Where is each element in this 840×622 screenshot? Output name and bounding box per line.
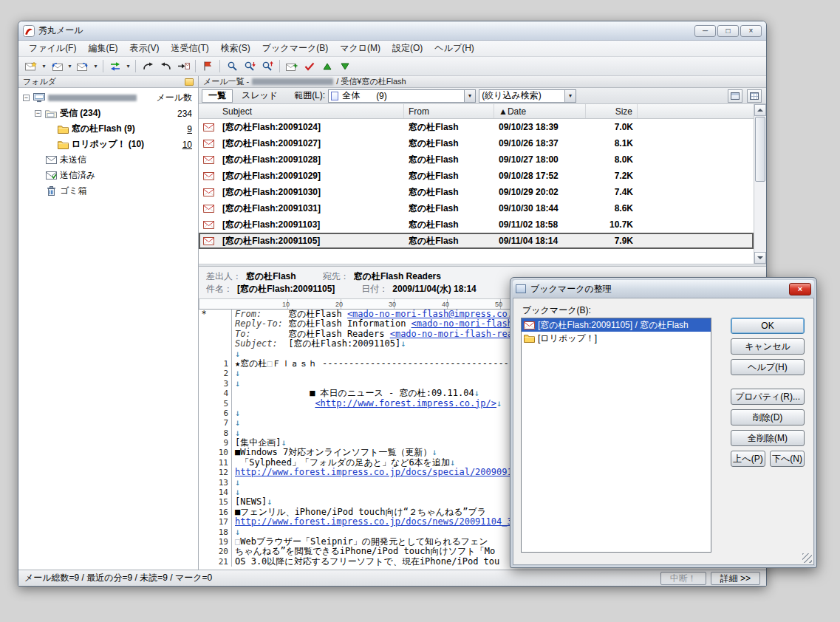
scrollbar-track[interactable] (754, 182, 766, 252)
find-prev-button[interactable] (259, 58, 276, 75)
menu-send-receive[interactable]: 送受信(T) (165, 40, 214, 57)
mail-row[interactable]: [窓の杜Flash:20091029]窓の杜Flash09/10/28 17:5… (199, 168, 754, 184)
next-unread-button[interactable] (336, 58, 354, 75)
help-button[interactable]: ヘルプ(H) (731, 359, 805, 375)
folder-mado-flash[interactable]: 窓の杜Flash (9)9 (18, 121, 198, 137)
cancel-button[interactable]: キャンセル (731, 338, 805, 355)
delete-all-button[interactable]: 全削除(M) (731, 430, 805, 446)
abort-button[interactable]: 中断！ (660, 572, 706, 585)
gutter-separator (228, 319, 232, 329)
folder-unsent[interactable]: 未送信 (18, 152, 198, 168)
range-value: 全体 (342, 89, 360, 102)
mail-size: 8.6K (586, 200, 638, 216)
maximize-button[interactable]: □ (717, 25, 739, 37)
dialog-titlebar[interactable]: ブックマークの整理 × (513, 280, 814, 298)
menu-edit[interactable]: 編集(E) (82, 40, 123, 57)
move-mail-button[interactable] (174, 58, 192, 75)
mail-list-scrollbar[interactable] (754, 104, 766, 264)
mail-icon (199, 233, 218, 249)
bookmark-button[interactable] (199, 58, 216, 75)
column-subject[interactable]: Subject (218, 104, 404, 118)
reply-button[interactable] (48, 58, 66, 75)
previous-jump-button[interactable] (157, 58, 174, 75)
find-next-button[interactable] (241, 58, 259, 75)
body-link[interactable]: <mado-no-mori-flash-i (412, 319, 524, 329)
folder-account[interactable]: −メール数 (18, 90, 198, 106)
forward-button-dropdown[interactable]: ▾ (92, 58, 100, 75)
menu-settings[interactable]: 設定(O) (386, 40, 428, 57)
bookmark-item[interactable]: [ロリポップ！] (522, 332, 711, 345)
new-mail-button[interactable] (22, 58, 40, 75)
chevron-down-icon[interactable]: ▾ (564, 90, 576, 102)
column-settings-button[interactable] (747, 89, 762, 103)
body-link[interactable]: http://www.forest.impress.co.jp/docs/new… (235, 517, 528, 527)
new-from-template-button[interactable] (283, 58, 301, 75)
dialog-close-button[interactable]: × (789, 283, 811, 295)
send-receive-button[interactable] (106, 58, 124, 75)
gutter-separator (228, 547, 232, 556)
down-button[interactable]: 下へ(N) (770, 451, 805, 467)
dialog-icon (516, 284, 526, 293)
search-button[interactable] (223, 58, 241, 75)
new-mail-button-dropdown[interactable]: ▾ (40, 58, 48, 75)
mail-row[interactable]: [窓の杜Flash:20091105]窓の杜Flash09/11/04 18:1… (199, 233, 754, 249)
column-from[interactable]: From (404, 104, 494, 118)
bookmark-item[interactable]: [窓の杜Flash:20091105] / 窓の杜Flash (522, 318, 711, 332)
chevron-down-icon[interactable]: ▾ (464, 90, 475, 102)
folder-pane-home-icon[interactable] (185, 78, 194, 86)
body-link[interactable]: http://www.forest.impress.co.jp/docs/spe… (235, 468, 528, 477)
bookmark-listbox[interactable]: [窓の杜Flash:20091105] / 窓の杜Flash[ロリポップ！] (521, 318, 711, 553)
tree-expander[interactable]: − (35, 110, 41, 117)
folder-sent[interactable]: 送信済み (18, 168, 198, 183)
reply-button-dropdown[interactable]: ▾ (66, 58, 74, 75)
delete-button[interactable]: 削除(D) (731, 409, 805, 426)
minimize-button[interactable]: ─ (694, 25, 716, 37)
body-link[interactable]: <mado-no-mori-flash@impress.co.jp (347, 310, 523, 319)
menu-file[interactable]: ファイル(F) (23, 40, 82, 57)
mail-row[interactable]: [窓の杜Flash:20091024]窓の杜Flash09/10/23 18:3… (199, 119, 754, 135)
scrollbar-thumb[interactable] (755, 117, 765, 182)
mail-row[interactable]: [窓の杜Flash:20091028]窓の杜Flash09/10/27 18:0… (199, 151, 754, 168)
body-link[interactable]: <http://www.forest.impress.co.jp/> (315, 399, 496, 409)
range-select[interactable]: 全体 (9) ▾ (328, 89, 476, 103)
tab-list-view[interactable]: 一覧 (202, 89, 233, 103)
filter-search-select[interactable]: (絞り込み検索) ▾ (479, 89, 576, 103)
resize-grip[interactable] (802, 553, 812, 563)
mail-subject: [窓の杜Flash:20091030] (218, 184, 404, 200)
scroll-up-button[interactable] (754, 104, 766, 116)
menu-search[interactable]: 検索(S) (215, 40, 256, 57)
tree-expander[interactable]: − (23, 95, 30, 101)
detail-button[interactable]: 詳細 >> (711, 572, 760, 585)
mail-row[interactable]: [窓の杜Flash:20091027]窓の杜Flash09/10/26 18:3… (199, 135, 754, 151)
body-text: ↓ (450, 458, 455, 468)
body-text: ↓ (400, 339, 406, 349)
layout-toggle-button[interactable] (728, 89, 742, 103)
send-receive-button-dropdown[interactable]: ▾ (124, 58, 132, 75)
folder-trash[interactable]: ゴミ箱 (18, 183, 198, 199)
menu-macro[interactable]: マクロ(M) (334, 40, 386, 57)
forward-button[interactable] (74, 58, 92, 75)
close-button[interactable]: × (740, 25, 762, 37)
properties-button[interactable]: プロパティ(R)... (731, 389, 805, 405)
folder-lolipop[interactable]: ロリポップ！ (10)10 (18, 137, 198, 152)
column-size[interactable]: Size (586, 104, 638, 118)
menu-bookmark[interactable]: ブックマーク(B) (256, 40, 334, 57)
redirect-button[interactable] (139, 58, 157, 75)
tab-thread-view[interactable]: スレッド (236, 89, 284, 103)
mail-row[interactable]: [窓の杜Flash:20091031]窓の杜Flash09/10/30 18:4… (199, 200, 754, 216)
menu-view[interactable]: 表示(V) (123, 40, 165, 57)
scroll-down-button[interactable] (754, 252, 766, 264)
titlebar[interactable]: 秀丸メール ─ □ × (18, 21, 766, 41)
ok-button[interactable]: OK (731, 318, 805, 334)
mail-row[interactable]: [窓の杜Flash:20091030]窓の杜Flash09/10/29 20:0… (199, 184, 754, 200)
line-mark (199, 537, 209, 547)
column-date[interactable]: ▲Date (494, 104, 586, 118)
mail-row[interactable]: [窓の杜Flash:20091103]窓の杜Flash09/11/02 18:5… (199, 216, 754, 233)
prev-unread-button[interactable] (318, 58, 336, 75)
mark-button[interactable] (301, 58, 318, 75)
folder-inbox[interactable]: −受信 (234)234 (18, 106, 198, 121)
body-link[interactable]: <mado-no-mori-flash-reade (390, 329, 524, 339)
menu-help[interactable]: ヘルプ(H) (428, 40, 480, 57)
mail-from: 窓の杜Flash (404, 168, 494, 184)
up-button[interactable]: 上へ(P) (731, 451, 765, 467)
